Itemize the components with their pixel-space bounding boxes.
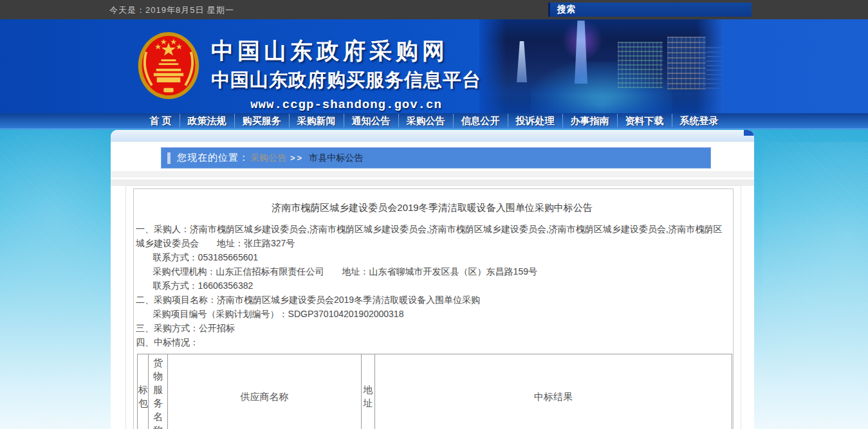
breadcrumb-label: 您现在的位置： bbox=[177, 152, 249, 164]
breadcrumb: 您现在的位置： 采购公告 >> 市县中标公告 bbox=[161, 147, 711, 169]
breadcrumb-current: 市县中标公告 bbox=[309, 152, 363, 164]
nav-item-info-disclosure[interactable]: 信息公开 bbox=[453, 114, 508, 127]
nav-item-procurement-news[interactable]: 采购新闻 bbox=[289, 114, 344, 127]
banner-tower-shape bbox=[575, 21, 587, 84]
header-banner-image bbox=[479, 19, 724, 113]
world-map-pattern bbox=[762, 142, 868, 419]
article-line: 采购代理机构：山东正信招标有限责任公司 地址：山东省聊城市开发区县（区）东昌路1… bbox=[136, 264, 728, 278]
nav-item-download[interactable]: 资料下载 bbox=[617, 114, 672, 127]
banner-building-shape bbox=[667, 37, 706, 89]
article: 济南市槐荫区城乡建设委员会2019冬季清洁取暖设备入围单位采购中标公告 一、采购… bbox=[133, 188, 734, 429]
nav-item-complaint[interactable]: 投诉处理 bbox=[508, 114, 562, 127]
article-line: 联系方式：16606356382 bbox=[136, 278, 728, 293]
banner-building-shape bbox=[706, 46, 723, 89]
site-subtitle: 中国山东政府购买服务信息平台 bbox=[211, 68, 481, 93]
site-identity: 中国山东政府采购网 中国山东政府购买服务信息平台 www.ccgp-shando… bbox=[211, 36, 481, 112]
national-emblem-logo bbox=[137, 31, 200, 100]
breadcrumb-accent-bar bbox=[167, 152, 171, 164]
banner-glow-shape bbox=[562, 19, 603, 60]
world-map-pattern bbox=[0, 129, 129, 322]
banner-monument-shape bbox=[517, 41, 527, 82]
article-line: 四、中标情况： bbox=[136, 335, 728, 349]
site-url: www.ccgp-shandong.gov.cn bbox=[211, 98, 481, 112]
page: 今天是：2019年8月5日 星期一 搜索 bbox=[0, 0, 868, 429]
nav-item-guide[interactable]: 办事指南 bbox=[562, 114, 617, 127]
col-header-goods-service-name: 货物服务名称 bbox=[149, 354, 168, 429]
col-header-supplier-name: 供应商名称 bbox=[168, 354, 362, 429]
nav-item-procurement-announcement[interactable]: 采购公告 bbox=[398, 114, 453, 127]
banner-building-shape bbox=[618, 42, 663, 88]
article-line: 三、采购方式：公开招标 bbox=[136, 321, 728, 335]
announcement-title: 济南市槐荫区城乡建设委员会2019冬季清洁取暖设备入围单位采购中标公告 bbox=[136, 202, 728, 214]
breadcrumb-separator: >> bbox=[290, 153, 304, 163]
content-container: 您现在的位置： 采购公告 >> 市县中标公告 济南市槐荫区城乡建设委员会2019… bbox=[111, 130, 754, 429]
article-line: 二、采购项目名称：济南市槐荫区城乡建设委员会2019冬季清洁取暖设备入围单位采购 bbox=[136, 293, 728, 307]
breadcrumb-section-link[interactable]: 采购公告 bbox=[250, 152, 286, 164]
search-input[interactable]: 搜索 bbox=[548, 3, 752, 17]
col-header-package: 标包 bbox=[138, 354, 149, 429]
topbar: 今天是：2019年8月5日 星期一 搜索 bbox=[0, 0, 868, 19]
site-title: 中国山东政府采购网 bbox=[211, 36, 481, 66]
table-header-row: 标包 货物服务名称 供应商名称 地址 中标结果 bbox=[138, 354, 732, 429]
article-line: 采购项目编号（采购计划编号）：SDGP370104201902000318 bbox=[136, 307, 728, 321]
page-background: 您现在的位置： 采购公告 >> 市县中标公告 济南市槐荫区城乡建设委员会2019… bbox=[0, 129, 868, 429]
container-corner-accent bbox=[744, 130, 754, 136]
search-label: 搜索 bbox=[550, 3, 752, 16]
bid-result-table: 标包 货物服务名称 供应商名称 地址 中标结果 bbox=[137, 354, 732, 429]
nav-item-login[interactable]: 系统登录 bbox=[672, 114, 726, 127]
nav-item-purchase-service[interactable]: 购买服务 bbox=[234, 114, 289, 127]
site-header: 中国山东政府采购网 中国山东政府购买服务信息平台 www.ccgp-shando… bbox=[0, 19, 868, 113]
main-nav: 首 页 政策法规 购买服务 采购新闻 通知公告 采购公告 信息公开 投诉处理 办… bbox=[0, 113, 868, 129]
nav-item-home[interactable]: 首 页 bbox=[142, 114, 179, 127]
nav-item-policy[interactable]: 政策法规 bbox=[180, 114, 234, 127]
article-line: 一、采购人：济南市槐荫区城乡建设委员会,济南市槐荫区城乡建设委员会,济南市槐荫区… bbox=[136, 222, 728, 250]
divider-strip bbox=[111, 171, 754, 178]
article-line: 联系方式：053185665601 bbox=[136, 250, 728, 264]
container-top-strip bbox=[111, 130, 754, 142]
col-header-bid-result: 中标结果 bbox=[375, 354, 732, 429]
col-header-address: 地址 bbox=[362, 354, 375, 429]
nav-item-notice[interactable]: 通知公告 bbox=[344, 114, 398, 127]
current-date: 今天是：2019年8月5日 星期一 bbox=[109, 5, 234, 16]
banner-fountain-glow-shape bbox=[531, 62, 672, 113]
